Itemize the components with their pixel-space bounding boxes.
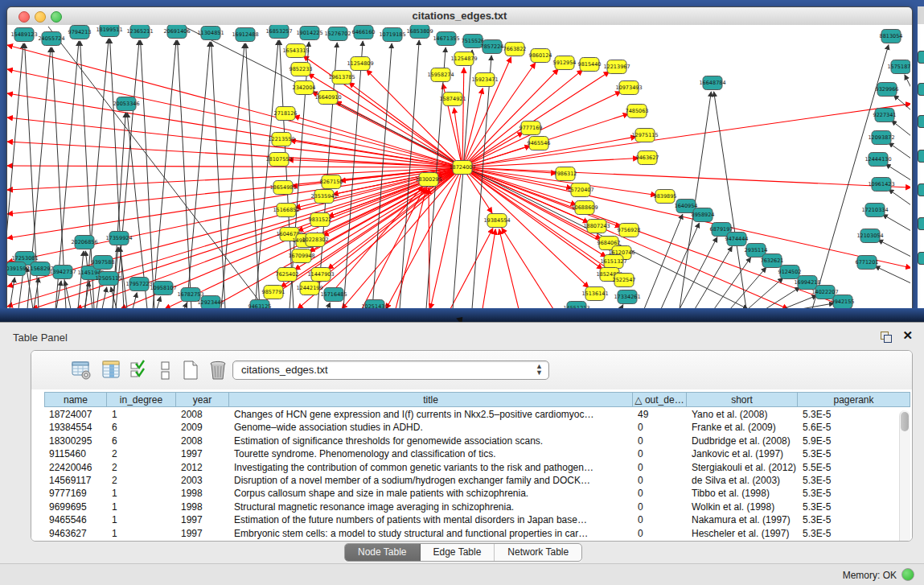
graph-node[interactable]: 12213967 — [603, 60, 630, 74]
graph-node[interactable]: 9942155 — [832, 295, 855, 309]
graph-node[interactable]: 7632621 — [761, 254, 784, 268]
table-row[interactable]: 946362711997Embryonic stem cells: a mode… — [31, 527, 897, 541]
graph-node[interactable]: 18807243 — [583, 220, 610, 233]
graph-node[interactable]: 9329966 — [876, 83, 899, 97]
table-row[interactable]: 1938455462009Genome–wide association stu… — [31, 421, 897, 435]
delete-rows-icon[interactable] — [207, 359, 229, 381]
table-row[interactable]: 2242004622012Investigating the contribut… — [31, 461, 897, 475]
graph-node[interactable]: 7485063 — [626, 105, 649, 118]
column-header-in_degree[interactable]: in_degree — [107, 392, 176, 407]
graph-node[interactable]: 18300295 — [415, 173, 441, 187]
graph-node[interactable]: 15276702 — [324, 27, 351, 41]
graph-node[interactable]: 11304851 — [197, 27, 224, 40]
column-header-year[interactable]: year — [176, 392, 229, 407]
graph-node[interactable]: 11254879 — [450, 52, 477, 66]
graph-node[interactable]: 12213559 — [268, 133, 294, 146]
graph-node[interactable]: 10228302 — [302, 233, 328, 247]
column-header-out_de[interactable]: △ out_de… — [633, 392, 687, 407]
graph-node[interactable]: 9474444 — [725, 233, 749, 246]
graph-node[interactable]: 17957223 — [125, 278, 152, 291]
graph-node[interactable]: 14671355 — [433, 32, 459, 46]
table-row[interactable]: 946554611997Estimation of the future num… — [31, 513, 897, 527]
table-row[interactable]: 911546021997Tourette syndrome. Phenomeno… — [31, 447, 897, 461]
graph-node[interactable]: 12365211 — [126, 25, 153, 39]
graph-node[interactable]: 16640910 — [314, 91, 341, 105]
graph-node[interactable]: 15489123 — [10, 28, 37, 42]
graph-node[interactable]: 7986312 — [554, 167, 577, 181]
graph-node[interactable]: 2522547 — [613, 274, 636, 287]
graph-node[interactable]: 9860124 — [529, 49, 552, 63]
graph-node[interactable]: 19613785 — [328, 71, 355, 84]
table-row[interactable]: 1830029562008Estimation of significance … — [31, 435, 897, 448]
graph-node[interactable]: 18654981 — [269, 181, 296, 195]
column-header-short[interactable]: short — [687, 392, 798, 407]
graph-node[interactable]: 9227341 — [873, 109, 897, 122]
graph-node[interactable]: 6466160 — [352, 26, 376, 39]
memory-status-indicator[interactable] — [901, 568, 914, 581]
graph-node[interactable]: 11447903 — [307, 268, 334, 282]
graph-node[interactable]: 20691406 — [163, 25, 190, 39]
graph-node[interactable]: 19014225 — [296, 27, 322, 40]
new-table-icon[interactable] — [179, 359, 202, 381]
table-selector-dropdown[interactable]: citations_edges.txt ▲▼ — [232, 360, 549, 380]
graph-node[interactable]: 9465546 — [528, 137, 551, 150]
graph-node[interactable]: 23535941 — [310, 190, 337, 204]
graph-node[interactable]: 11254809 — [347, 57, 373, 71]
column-header-title[interactable]: title — [229, 392, 633, 407]
tab-edge-table[interactable]: Edge Table — [421, 544, 495, 561]
graph-node[interactable]: 5912954 — [553, 56, 577, 70]
graph-node[interactable]: 9839895 — [654, 190, 677, 204]
graph-node[interactable]: 9463627 — [636, 151, 659, 165]
graph-node[interactable]: 16709948 — [288, 249, 314, 263]
column-header-pagerank[interactable]: pagerank — [798, 392, 910, 407]
graph-node[interactable]: 15136141 — [581, 287, 608, 301]
graph-node[interactable]: 9852233 — [290, 63, 313, 76]
graph-node[interactable]: 12975115 — [631, 129, 658, 142]
select-columns-icon[interactable] — [128, 359, 150, 381]
graph-node[interactable]: 15874921 — [439, 93, 466, 106]
graph-node[interactable]: 15716485 — [320, 288, 347, 302]
graph-node[interactable]: 24055724 — [38, 32, 64, 46]
graph-node[interactable]: 15958274 — [427, 68, 454, 82]
column-header-name[interactable]: name — [44, 392, 107, 407]
table-row[interactable]: 1872400712008Changes of HCN gene express… — [31, 408, 897, 422]
graph-node[interactable]: 19384554 — [483, 214, 510, 228]
graph-node[interactable]: 9463125 — [248, 300, 272, 309]
graph-node[interactable]: 10973493 — [615, 81, 642, 95]
graph-node[interactable]: 14551213 — [563, 302, 589, 309]
graph-node[interactable]: 13942737 — [49, 266, 76, 279]
table-row[interactable]: 1456911722003Disruption of a novel membe… — [31, 474, 897, 488]
graph-node[interactable]: 12444130 — [864, 153, 891, 167]
graph-node[interactable]: 12923445 — [197, 296, 224, 309]
graph-node[interactable]: 16912488 — [232, 28, 258, 42]
graph-node[interactable]: 12093872 — [868, 131, 894, 145]
graph-node[interactable]: 2718126 — [274, 107, 298, 121]
graph-node[interactable]: 7625402 — [276, 268, 299, 282]
graph-node[interactable]: 7857224 — [481, 40, 504, 54]
graph-node[interactable]: 10958107 — [150, 282, 176, 295]
graph-node[interactable]: 16853257 — [265, 25, 292, 39]
graph-node[interactable]: 17359924 — [105, 232, 132, 245]
graph-node[interactable]: 20206856 — [71, 236, 97, 249]
graph-node[interactable]: 9756928 — [618, 224, 641, 237]
graph-node[interactable]: 12505115 — [95, 272, 121, 286]
close-icon[interactable]: ✕ — [902, 328, 913, 343]
graph-node[interactable]: 20053346 — [113, 97, 139, 111]
table-settings-icon[interactable] — [70, 359, 92, 381]
graph-node[interactable]: 7663822 — [503, 43, 527, 56]
graph-node[interactable]: 10251430 — [361, 300, 388, 309]
graph-node[interactable]: 16853809 — [406, 25, 433, 39]
table-row[interactable]: 977716911998Corpus callosum shape and si… — [31, 487, 897, 501]
graph-node[interactable]: 15166852 — [273, 204, 299, 217]
graph-node[interactable]: 9794213 — [68, 26, 92, 39]
vertical-scrollbar[interactable] — [899, 410, 910, 542]
graph-node[interactable]: 18107553 — [265, 153, 292, 167]
graph-node[interactable]: 15720407 — [567, 183, 593, 197]
graph-node[interactable]: 9831522 — [309, 213, 332, 227]
graph-node[interactable]: 9815440 — [578, 58, 602, 72]
tab-network-table[interactable]: Network Table — [495, 544, 581, 561]
graph-node[interactable]: 9397588 — [92, 256, 115, 270]
graph-node[interactable]: 12442199 — [296, 282, 322, 295]
window-titlebar[interactable]: citations_edges.txt — [7, 7, 912, 26]
graph-node[interactable]: 8813054 — [880, 30, 903, 43]
